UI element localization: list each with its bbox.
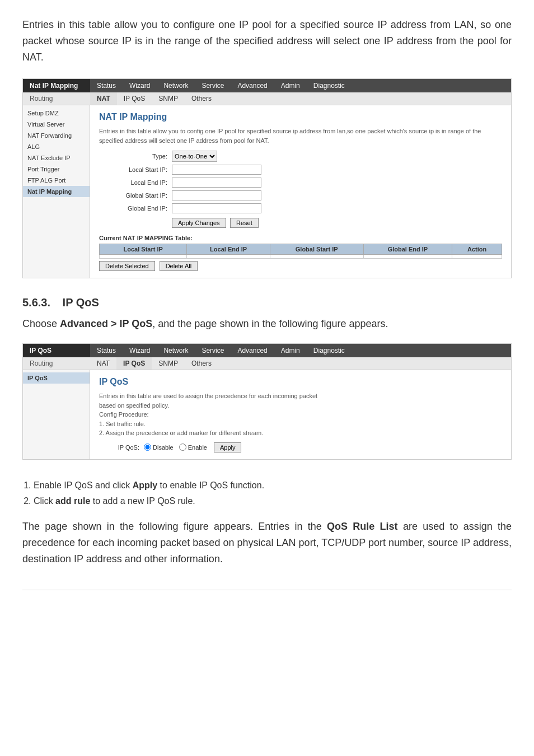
- sidebar-alg[interactable]: ALG: [23, 141, 90, 152]
- numbered-list: Enable IP QoS and click Apply to enable …: [22, 478, 512, 510]
- nav-diagnostic[interactable]: Diagnostic: [307, 79, 352, 92]
- th-action: Action: [452, 244, 502, 255]
- table-title: Current NAT IP MAPPING Table:: [99, 235, 502, 241]
- nav-wizard[interactable]: Wizard: [123, 79, 157, 92]
- ipqos-nav-status[interactable]: Status: [90, 344, 123, 357]
- ipqos-nav-bar: IP QoS Status Wizard Network Service Adv…: [23, 344, 511, 357]
- sidebar-ftp-alg-port[interactable]: FTP ALG Port: [23, 175, 90, 186]
- th-local-end-ip: Local End IP: [187, 244, 270, 255]
- ipqos-nav-service[interactable]: Service: [195, 344, 231, 357]
- disable-label: Disable: [153, 444, 174, 451]
- subnav-snmp[interactable]: SNMP: [152, 92, 185, 105]
- global-start-ip-input[interactable]: [172, 190, 261, 200]
- ipqos-nav-diagnostic[interactable]: Diagnostic: [307, 344, 352, 357]
- numbered-item-2: Click add rule to add a new IP QoS rule.: [34, 493, 512, 510]
- ipqos-desc: Entries in this table are used to assign…: [99, 391, 502, 438]
- ipqos-subnav-routing: Routing: [23, 357, 90, 370]
- ipqos-subnav-nat[interactable]: NAT: [90, 357, 116, 370]
- page-divider: [22, 590, 512, 590]
- ipqos-desc-line3: Config Procedure:: [99, 411, 149, 418]
- disable-radio[interactable]: [144, 444, 151, 451]
- sidebar-ipqos-item[interactable]: IP QoS: [23, 372, 90, 384]
- table-row: [100, 255, 502, 259]
- type-row: Type: One-to-One: [99, 151, 502, 162]
- ipqos-nav-wizard[interactable]: Wizard: [123, 344, 157, 357]
- type-label: Type:: [99, 153, 172, 160]
- ipqos-nav-admin[interactable]: Admin: [274, 344, 307, 357]
- th-global-start-ip: Global Start IP: [270, 244, 363, 255]
- ipqos-desc-line4: 1. Set traffic rule.: [99, 421, 146, 427]
- ipqos-nav-advanced[interactable]: Advanced: [231, 344, 274, 357]
- ipqos-content-area: IP QoS IP QoS Entries in this table are …: [23, 370, 511, 459]
- nat-btn-row: Apply Changes Reset: [99, 218, 502, 228]
- th-local-start-ip: Local Start IP: [100, 244, 187, 255]
- type-select[interactable]: One-to-One: [172, 151, 217, 162]
- sidebar-setup-dmz[interactable]: Setup DMZ: [23, 108, 90, 119]
- local-end-ip-input[interactable]: [172, 178, 261, 188]
- ipqos-apply-button[interactable]: Apply: [214, 442, 242, 452]
- ipqos-desc-line2: based on specified policy.: [99, 402, 169, 409]
- reset-button[interactable]: Reset: [230, 218, 259, 228]
- ipqos-subnav-ipqos[interactable]: IP QoS: [116, 357, 152, 370]
- global-end-ip-label: Global End IP:: [99, 205, 172, 212]
- ipqos-radio-row: IP QoS: Disable Enable Apply: [99, 442, 502, 452]
- nat-nav-bar: Nat IP Mapping Status Wizard Network Ser…: [23, 79, 511, 92]
- nat-mapping-table: Local Start IP Local End IP Global Start…: [99, 244, 502, 259]
- ipqos-panel: IP QoS Status Wizard Network Service Adv…: [22, 343, 512, 460]
- global-end-ip-row: Global End IP:: [99, 203, 502, 213]
- nav-network[interactable]: Network: [157, 79, 195, 92]
- th-global-end-ip: Global End IP: [363, 244, 452, 255]
- nat-panel-label: Nat IP Mapping: [23, 79, 90, 92]
- global-start-ip-label: Global Start IP:: [99, 192, 172, 199]
- nat-content-area: Setup DMZ Virtual Server NAT Forwarding …: [23, 105, 511, 278]
- ipqos-sidebar: IP QoS: [23, 370, 90, 459]
- global-start-ip-row: Global Start IP:: [99, 190, 502, 200]
- local-start-ip-row: Local Start IP:: [99, 165, 502, 175]
- ipqos-desc-line1: Entries in this table are used to assign…: [99, 393, 317, 399]
- apply-changes-button[interactable]: Apply Changes: [172, 218, 226, 228]
- ipqos-desc-line5: 2. Assign the precedence or add marker f…: [99, 430, 263, 436]
- nav-service[interactable]: Service: [195, 79, 231, 92]
- delete-all-button[interactable]: Delete All: [160, 261, 198, 271]
- ipqos-title: IP QoS: [99, 377, 502, 387]
- local-start-ip-input[interactable]: [172, 165, 261, 175]
- nav-admin[interactable]: Admin: [274, 79, 307, 92]
- nat-main-content: NAT IP Mapping Entries in this table all…: [90, 105, 511, 278]
- local-end-ip-row: Local End IP:: [99, 178, 502, 188]
- section-num: 5.6.3.: [22, 296, 50, 309]
- subnav-routing: Routing: [23, 92, 90, 105]
- delete-selected-button[interactable]: Delete Selected: [99, 261, 155, 271]
- numbered-item-1: Enable IP QoS and click Apply to enable …: [34, 478, 512, 494]
- nat-ip-mapping-panel: Nat IP Mapping Status Wizard Network Ser…: [22, 78, 512, 278]
- section-body-text: Choose Advanced > IP QoS, and the page s…: [22, 316, 512, 332]
- ipqos-nav-network[interactable]: Network: [157, 344, 195, 357]
- ipqos-subnav-snmp[interactable]: SNMP: [152, 357, 185, 370]
- ipqos-subnav-others[interactable]: Others: [185, 357, 218, 370]
- ipqos-label: IP QoS:: [99, 444, 144, 451]
- subnav-nat[interactable]: NAT: [90, 92, 117, 105]
- nav-advanced[interactable]: Advanced: [231, 79, 274, 92]
- sidebar-nat-ip-mapping[interactable]: Nat IP Mapping: [23, 186, 90, 197]
- global-end-ip-input[interactable]: [172, 203, 261, 213]
- footer-paragraph: The page shown in the following figure a…: [22, 519, 512, 567]
- section-title-text: IP QoS: [63, 296, 99, 309]
- subnav-others[interactable]: Others: [185, 92, 218, 105]
- local-end-ip-label: Local End IP:: [99, 179, 172, 186]
- section-563-heading: 5.6.3. IP QoS: [22, 296, 512, 309]
- subnav-ipqos[interactable]: IP QoS: [117, 92, 152, 105]
- sidebar-nat-exclude-ip[interactable]: NAT Exclude IP: [23, 152, 90, 164]
- ipqos-panel-label: IP QoS: [23, 344, 90, 357]
- ipqos-main-content: IP QoS Entries in this table are used to…: [90, 370, 511, 459]
- sidebar-port-trigger[interactable]: Port Trigger: [23, 164, 90, 175]
- nat-subnav-bar: Routing NAT IP QoS SNMP Others: [23, 92, 511, 105]
- enable-radio[interactable]: [179, 444, 186, 451]
- sidebar-nat-forwarding[interactable]: NAT Forwarding: [23, 130, 90, 141]
- delete-row: Delete Selected Delete All: [99, 261, 502, 271]
- sidebar-virtual-server[interactable]: Virtual Server: [23, 119, 90, 130]
- nat-section-title: NAT IP Mapping: [99, 112, 502, 122]
- ipqos-subnav-bar: Routing NAT IP QoS SNMP Others: [23, 357, 511, 370]
- nav-status[interactable]: Status: [90, 79, 123, 92]
- nat-desc-text: Entries in this table allow you to confi…: [99, 127, 502, 145]
- intro-paragraph: Entries in this table allow you to confi…: [22, 17, 512, 65]
- nat-sidebar: Setup DMZ Virtual Server NAT Forwarding …: [23, 105, 90, 278]
